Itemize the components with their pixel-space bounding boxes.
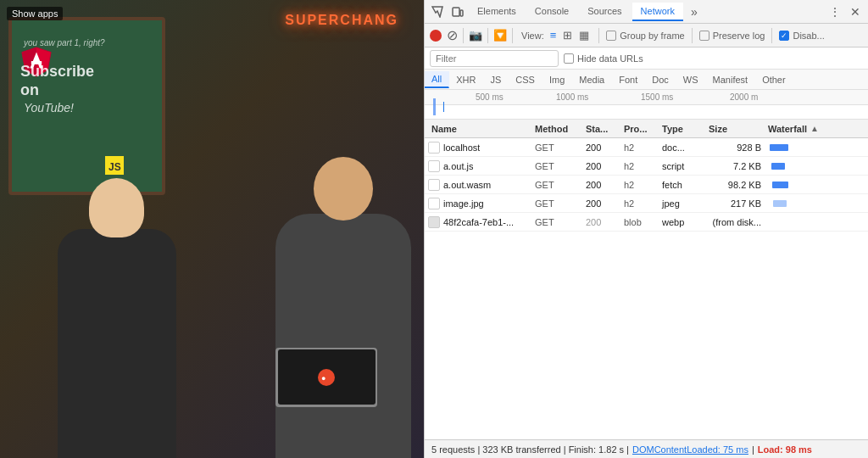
svg-rect-10 [460,10,463,16]
type-tab-all[interactable]: All [425,71,449,88]
col-header-waterfall[interactable]: Waterfall ▲ [768,124,868,134]
timeline-ruler: 500 ms 1000 ms 1500 ms 2000 m [425,90,868,105]
row-proto-aoutwasm: h2 [624,180,662,190]
view-label: View: [521,31,544,41]
type-tab-font[interactable]: Font [612,72,645,87]
col-header-status[interactable]: Sta... [586,124,624,134]
row-waterfall-blob [768,213,868,231]
record-button[interactable] [430,30,442,42]
tab-network[interactable]: Network [632,3,683,21]
row-icon-blob [428,216,440,228]
row-type-blob: webp [662,217,709,227]
type-tab-doc[interactable]: Doc [645,72,676,87]
col-header-proto[interactable]: Pro... [624,124,662,134]
dom-content-loaded-link[interactable]: DOMContentLoaded: 75 ms [632,444,748,455]
hide-data-urls-checkbox[interactable] [564,53,574,64]
filter-input[interactable] [430,50,559,67]
row-method-blob: GET [535,217,586,227]
svg-rect-9 [453,8,459,16]
row-size-aoutwasm: 98.2 KB [709,180,768,190]
clear-button[interactable]: ⊘ [447,27,458,43]
view-waterfall-icon[interactable]: ▦ [576,28,592,42]
load-time: Load: 98 ms [758,444,812,455]
type-tab-img[interactable]: Img [542,72,572,87]
devtools-tabbar: Elements Console Sources Network » ⋮ ✕ [425,0,868,24]
row-name-aoutwasm: a.out.wasm [425,179,535,191]
row-waterfall-aoutjs [768,157,868,175]
screenshot-icon[interactable]: 📷 [469,29,482,42]
row-proto-aoutjs: h2 [624,161,662,171]
disable-cache-checkbox[interactable]: ✓ [779,31,789,41]
sort-arrow-icon: ▲ [810,124,819,133]
hide-data-urls-label: Hide data URLs [577,53,643,64]
filter-icon[interactable]: 🔽 [493,29,507,42]
preserve-log-label[interactable]: Preserve log [713,31,765,41]
show-apps-button[interactable]: Show apps [7,7,63,20]
tab-elements[interactable]: Elements [469,3,525,21]
devtools-menu-icon[interactable]: ⋮ [826,3,844,21]
table-row[interactable]: 48f2cafa-7eb1-... GET 200 blob webp (fro… [425,213,868,232]
row-type-imagejpg: jpeg [662,198,709,209]
table-row[interactable]: localhost GET 200 h2 doc... 928 B [425,138,868,157]
table-row[interactable]: a.out.js GET 200 h2 script 7.2 KB [425,157,868,176]
row-method-aoutwasm: GET [535,180,586,190]
group-by-frame-label[interactable]: Group by frame [620,31,684,41]
row-name-imagejpg: image.jpg [425,198,535,209]
close-devtools-icon[interactable]: ✕ [846,3,865,21]
row-status-aoutjs: 200 [586,161,624,171]
row-waterfall-aoutwasm [768,176,868,193]
type-tab-manifest[interactable]: Manifest [706,72,756,87]
row-type-aoutwasm: fetch [662,180,709,190]
row-size-aoutjs: 7.2 KB [709,161,768,171]
type-tab-js[interactable]: JS [483,72,509,87]
view-grid-icon[interactable]: ⊞ [560,28,575,42]
row-proto-localhost: h2 [624,142,662,153]
ruler-mark-500: 500 ms [476,92,504,102]
col-header-method[interactable]: Method [535,124,586,134]
status-bar: 5 requests | 323 KB transferred | Finish… [425,439,868,458]
row-status-imagejpg: 200 [586,198,624,209]
person-right [271,157,415,458]
col-header-size[interactable]: Size [709,124,768,134]
col-header-type[interactable]: Type [662,124,709,134]
row-method-localhost: GET [535,142,586,153]
js-logo: JS [105,156,124,175]
devtools-panel: Elements Console Sources Network » ⋮ ✕ ⊘… [424,0,868,458]
view-list-icon[interactable]: ≡ [548,28,559,42]
type-tab-xhr[interactable]: XHR [449,72,483,87]
row-status-localhost: 200 [586,142,624,153]
disable-cache-label[interactable]: Disab... [793,31,824,41]
toolbar-separator-6 [771,28,772,43]
row-waterfall-imagejpg [768,194,868,212]
table-row[interactable]: image.jpg GET 200 h2 jpeg 217 KB [425,194,868,213]
type-filter-bar: All XHR JS CSS Img Media Font Doc WS Man… [425,70,868,90]
responsive-icon[interactable] [448,3,467,21]
timeline-bar-2 [443,102,444,112]
tab-console[interactable]: Console [526,3,577,21]
preserve-log-checkbox[interactable] [699,31,709,41]
row-method-aoutjs: GET [535,161,586,171]
row-type-localhost: doc... [662,142,709,153]
type-tab-other[interactable]: Other [755,72,793,87]
row-size-imagejpg: 217 KB [709,198,768,209]
table-header: Name Method Sta... Pro... Type Size Wate… [425,120,868,138]
row-size-localhost: 928 B [709,142,768,153]
tab-sources[interactable]: Sources [579,3,630,21]
row-name-blob: 48f2cafa-7eb1-... [425,216,535,228]
timeline-bar-1 [433,98,436,115]
row-size-blob: (from disk... [709,217,768,227]
more-tabs-icon[interactable]: » [685,3,704,21]
inspect-icon[interactable] [428,3,447,21]
laptop: ● [275,348,377,407]
col-header-name[interactable]: Name [425,124,535,134]
type-tab-ws[interactable]: WS [676,72,706,87]
toolbar-separator-2 [487,28,488,43]
toolbar-separator-3 [512,28,513,43]
toolbar-separator-4 [598,28,599,43]
group-by-frame-checkbox[interactable] [606,31,616,41]
hide-data-urls-toggle[interactable]: Hide data URLs [564,53,643,64]
table-row[interactable]: a.out.wasm GET 200 h2 fetch 98.2 KB [425,176,868,194]
ruler-mark-1000: 1000 ms [556,92,588,102]
type-tab-css[interactable]: CSS [509,72,542,87]
type-tab-media[interactable]: Media [572,72,612,87]
